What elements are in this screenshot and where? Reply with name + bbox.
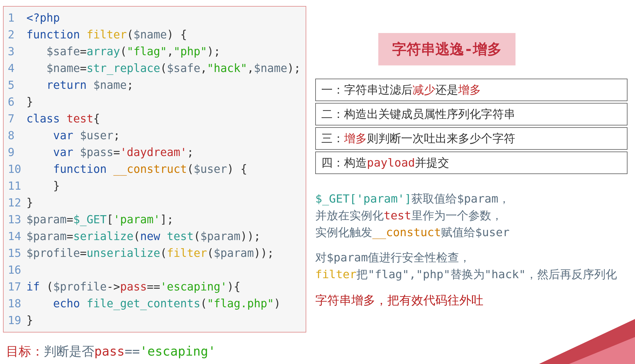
code-text: $param=$_GET['param']; [26, 211, 174, 228]
code-line: 14$param=serialize(new test($param)); [6, 228, 303, 245]
code-text: } [26, 312, 33, 329]
code-line: 17if ($profile->pass=='escaping'){ [6, 278, 303, 295]
line-number: 12 [6, 194, 26, 211]
line-number: 3 [6, 43, 26, 60]
code-text: function __construct($user) { [26, 161, 247, 178]
line-number: 6 [6, 94, 26, 110]
code-text: var $user; [26, 127, 120, 144]
code-text: } [26, 194, 33, 211]
code-line: 2function filter($name) { [6, 26, 303, 43]
note-summary: 字符串增多，把有效代码往外吐 [315, 292, 632, 308]
code-line: 19} [6, 312, 303, 329]
code-line: 12} [6, 194, 303, 211]
line-number: 9 [6, 144, 26, 161]
step-number: 三： [321, 132, 344, 145]
goal-label: 目标： [6, 344, 44, 359]
note-p2: 对$param值进行安全性检查，filter把"flag","php"替换为"h… [315, 249, 632, 283]
code-line: 15$profile=unserialize(filter($param)); [6, 245, 303, 262]
line-number: 5 [6, 77, 26, 94]
code-line: 9 var $pass='daydream'; [6, 144, 303, 161]
code-text: echo file_get_contents("flag.php") [26, 295, 281, 312]
line-number: 2 [6, 26, 26, 43]
code-text: } [26, 178, 60, 194]
code-line: 3 $safe=array("flag","php"); [6, 43, 303, 60]
line-number: 14 [6, 228, 26, 245]
step-number: 四： [321, 156, 344, 169]
line-number: 10 [6, 161, 26, 178]
code-text: } [26, 94, 33, 110]
line-number: 17 [6, 278, 26, 295]
code-line: 11 } [6, 178, 303, 194]
line-number: 13 [6, 211, 26, 228]
step-number: 二： [321, 107, 344, 121]
code-text: $name=str_replace($safe,"hack",$name); [26, 60, 301, 77]
code-line: 8 var $user; [6, 127, 303, 144]
decorative-corner-inner [569, 337, 635, 364]
code-text: return $name; [26, 77, 133, 94]
line-number: 7 [6, 110, 26, 127]
code-panel: 1<?php2function filter($name) {3 $safe=a… [3, 6, 306, 332]
notes-block: $_GET['param']获取值给$param，并放在实例化test里作为一个… [315, 190, 632, 308]
code-line: 18 echo file_get_contents("flag.php") [6, 295, 303, 312]
code-text: <?php [26, 10, 60, 26]
code-text: class test{ [26, 110, 100, 127]
step-3: 三：增多则判断一次吐出来多少个字符 [315, 127, 627, 150]
code-line: 13$param=$_GET['param']; [6, 211, 303, 228]
step-number: 一： [321, 83, 344, 96]
note-p1: $_GET['param']获取值给$param，并放在实例化test里作为一个… [315, 190, 632, 241]
code-line: 7class test{ [6, 110, 303, 127]
code-line: 1<?php [6, 10, 303, 26]
code-text: var $pass='daydream'; [26, 144, 194, 161]
code-line: 5 return $name; [6, 77, 303, 94]
code-line: 10 function __construct($user) { [6, 161, 303, 178]
code-line: 4 $name=str_replace($safe,"hack",$name); [6, 60, 303, 77]
step-2: 二：构造出关键成员属性序列化字符串 [315, 103, 627, 125]
line-number: 1 [6, 10, 26, 26]
title-badge: 字符串逃逸-增多 [378, 33, 516, 65]
line-number: 15 [6, 245, 26, 262]
step-4: 四：构造payload并提交 [315, 152, 627, 174]
line-number: 8 [6, 127, 26, 144]
goal-line: 目标：判断是否pass=='escaping' [6, 343, 216, 360]
code-text: if ($profile->pass=='escaping'){ [26, 278, 240, 295]
code-text: $param=serialize(new test($param)); [26, 228, 261, 245]
explanation-panel: 字符串逃逸-增多 一：字符串过滤后减少还是增多二：构造出关键成员属性序列化字符串… [306, 6, 632, 332]
line-number: 19 [6, 312, 26, 329]
line-number: 18 [6, 295, 26, 312]
line-number: 16 [6, 262, 26, 278]
step-1: 一：字符串过滤后减少还是增多 [315, 79, 627, 101]
line-number: 11 [6, 178, 26, 194]
code-text: $safe=array("flag","php"); [26, 43, 220, 60]
code-text: function filter($name) { [26, 26, 187, 43]
code-text: $profile=unserialize(filter($param)); [26, 245, 274, 262]
code-line: 6} [6, 94, 303, 110]
code-line: 16 [6, 262, 303, 278]
line-number: 4 [6, 60, 26, 77]
